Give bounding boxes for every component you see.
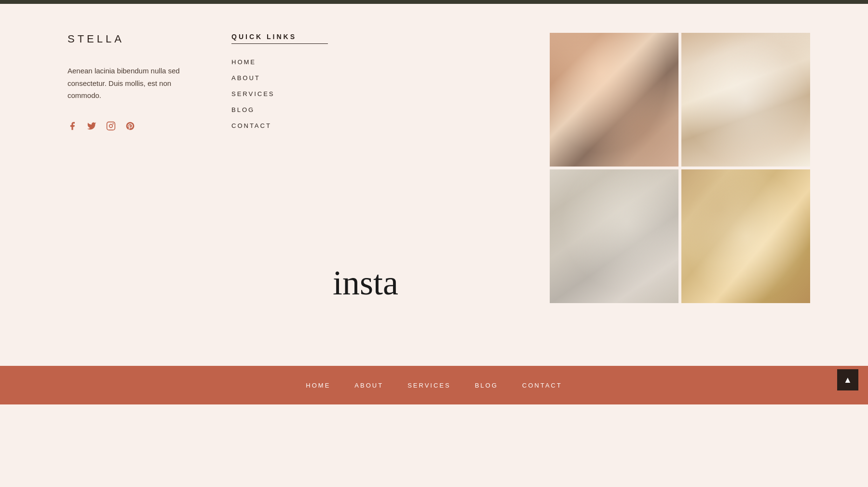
photo-1[interactable] (550, 33, 678, 167)
nav-link-about[interactable]: ABOUT (231, 74, 328, 82)
photo-2[interactable] (681, 33, 810, 167)
footer-link-home[interactable]: HOME (306, 382, 330, 389)
footer-link-blog[interactable]: BLOG (475, 382, 498, 389)
scroll-top-icon: ▲ (843, 375, 852, 385)
brand-name: STELLA (68, 33, 193, 45)
brand-column: STELLA Aenean lacinia bibendum nulla sed… (68, 33, 212, 337)
photo-4[interactable] (681, 169, 810, 303)
footer: HOME ABOUT SERVICES BLOG CONTACT (0, 366, 868, 404)
svg-point-1 (109, 124, 113, 127)
top-bar (0, 0, 868, 4)
scroll-top-button[interactable]: ▲ (837, 369, 858, 390)
main-content: STELLA Aenean lacinia bibendum nulla sed… (0, 4, 868, 366)
footer-link-about[interactable]: ABOUT (354, 382, 383, 389)
quick-links-underline (231, 43, 328, 44)
insta-column: insta (347, 33, 829, 337)
brand-description: Aenean lacinia bibendum nulla sed consec… (68, 65, 193, 102)
nav-link-blog[interactable]: BLOG (231, 106, 328, 113)
nav-link-home[interactable]: HOME (231, 58, 328, 66)
footer-link-services[interactable]: SERVICES (407, 382, 451, 389)
nav-link-contact[interactable]: CONTACT (231, 122, 328, 129)
links-column: QUICK LINKS HOME ABOUT SERVICES BLOG CON… (212, 33, 347, 337)
nav-link-services[interactable]: SERVICES (231, 90, 328, 97)
photo-3[interactable] (550, 169, 678, 303)
photo-grid (550, 33, 810, 303)
instagram-icon[interactable] (106, 121, 116, 131)
social-icons (68, 121, 193, 131)
twitter-icon[interactable] (87, 121, 96, 131)
svg-rect-0 (107, 122, 115, 130)
svg-point-2 (112, 123, 114, 124)
quick-links-title: QUICK LINKS (231, 33, 328, 41)
pinterest-icon[interactable] (125, 121, 135, 131)
footer-link-contact[interactable]: CONTACT (522, 382, 562, 389)
facebook-icon[interactable] (68, 121, 77, 131)
